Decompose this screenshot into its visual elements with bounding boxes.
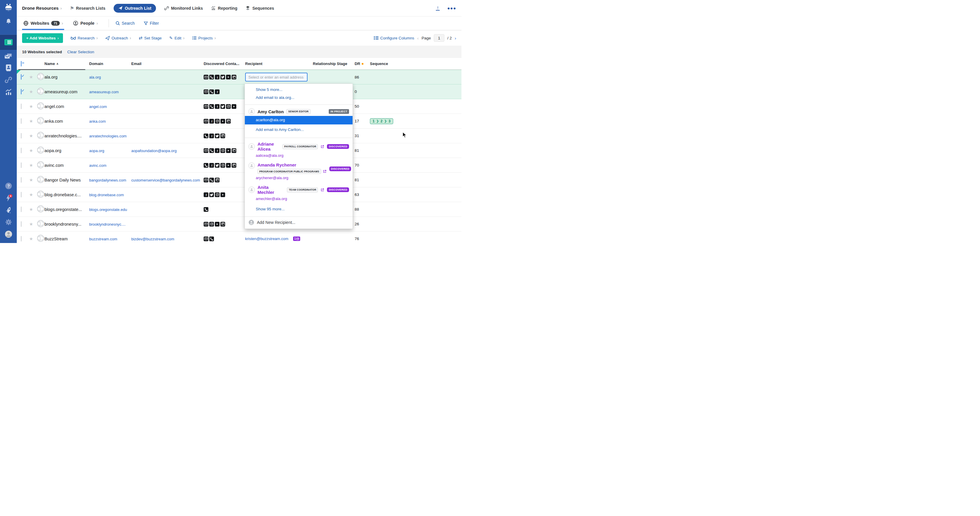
table-row[interactable]: ★anka.comanka.comf171❯2❯3 bbox=[17, 114, 461, 129]
website-name[interactable]: BuzzStream bbox=[45, 237, 89, 241]
phone-icon[interactable] bbox=[209, 75, 214, 79]
export-icon[interactable]: ↑ bbox=[436, 6, 440, 11]
phone-icon[interactable] bbox=[204, 163, 208, 168]
domain-link[interactable]: anka.com bbox=[89, 119, 108, 124]
star-icon[interactable]: ★ bbox=[29, 148, 33, 153]
email-link[interactable] bbox=[131, 207, 134, 212]
table-row[interactable]: ★angel.comangel.comf50 bbox=[17, 99, 461, 114]
contact-email[interactable]: aalicea@ala.org bbox=[248, 151, 349, 160]
add-websites-button[interactable]: + Add Websites › bbox=[22, 33, 63, 43]
page-input[interactable] bbox=[434, 34, 444, 42]
instagram-icon[interactable] bbox=[220, 163, 225, 168]
instagram-icon[interactable] bbox=[215, 119, 220, 124]
domain-link[interactable]: anratechnologies.com bbox=[89, 134, 129, 138]
table-row[interactable]: ★blog.dronebase.c...blog.dronebase.comf6… bbox=[17, 187, 461, 202]
search-button[interactable]: Search bbox=[115, 21, 135, 25]
mail-icon[interactable] bbox=[204, 89, 208, 94]
research-menu[interactable]: Research› bbox=[71, 36, 98, 40]
tab-people[interactable]: People › bbox=[72, 16, 99, 30]
email-link[interactable] bbox=[131, 222, 134, 227]
table-row[interactable]: ★brooklyndronesny...brooklyndronesnyc...… bbox=[17, 217, 461, 232]
star-icon[interactable]: ★ bbox=[29, 163, 33, 168]
twitter-icon[interactable] bbox=[220, 75, 225, 79]
facebook-icon[interactable]: f bbox=[209, 119, 214, 124]
filter-button[interactable]: Filter bbox=[144, 21, 159, 25]
recipient-email-link[interactable]: kristen@buzzstream.com bbox=[245, 237, 291, 241]
email-link[interactable] bbox=[131, 119, 134, 124]
select-all-checkbox[interactable] bbox=[21, 61, 21, 67]
nav-sequences[interactable]: Sequences bbox=[245, 6, 274, 11]
youtube-icon[interactable] bbox=[220, 119, 225, 124]
website-name[interactable]: aopa.org bbox=[45, 148, 89, 153]
sequence-cell[interactable]: 1❯2❯3 bbox=[370, 118, 461, 124]
email-link[interactable] bbox=[131, 134, 134, 138]
facebook-icon[interactable]: f bbox=[215, 104, 220, 109]
page-next-button[interactable]: › bbox=[455, 36, 456, 41]
configure-columns-button[interactable]: Configure Columns bbox=[374, 36, 414, 40]
card-icon[interactable] bbox=[220, 222, 225, 227]
column-header-dr[interactable]: DR bbox=[355, 62, 370, 66]
star-icon[interactable]: ★ bbox=[29, 104, 33, 109]
card-icon[interactable] bbox=[232, 163, 236, 168]
sequence-steps-badge[interactable]: 1❯2❯3 bbox=[370, 118, 393, 124]
domain-link[interactable]: blogs.oregonstate.edu bbox=[89, 207, 130, 212]
sidebar-item-account[interactable] bbox=[0, 228, 17, 240]
email-option-highlighted[interactable]: acarlton@ala.org bbox=[245, 116, 353, 124]
buzzstream-logo[interactable] bbox=[0, 0, 17, 15]
phone-icon[interactable] bbox=[204, 133, 208, 138]
sidebar-item-reporting[interactable] bbox=[0, 86, 17, 98]
sidebar-item-help[interactable]: ? bbox=[0, 180, 17, 192]
external-link-icon[interactable] bbox=[320, 145, 324, 149]
domain-link[interactable]: avinc.com bbox=[89, 163, 110, 168]
card-icon[interactable] bbox=[220, 133, 225, 138]
website-name[interactable]: avinc.com bbox=[45, 163, 89, 168]
column-header-name[interactable]: Name∧ bbox=[45, 62, 89, 66]
mail-icon[interactable] bbox=[204, 148, 208, 153]
table-row[interactable]: ★ala.orgala.orgf86 bbox=[17, 70, 461, 84]
twitter-icon[interactable] bbox=[209, 192, 214, 197]
mail-icon[interactable] bbox=[204, 104, 208, 109]
column-header-domain[interactable]: Domain bbox=[89, 62, 131, 66]
phone-icon[interactable] bbox=[209, 148, 214, 153]
email-link[interactable]: customerservice@bangordailynews.com bbox=[131, 178, 203, 183]
column-header-recipient[interactable]: Recipient bbox=[245, 62, 313, 66]
sidebar-item-lists[interactable] bbox=[0, 35, 17, 50]
external-link-icon[interactable] bbox=[323, 170, 327, 173]
project-switcher[interactable]: Drone Resources › bbox=[22, 6, 62, 11]
email-link[interactable]: aopafoundation@aopa.org bbox=[131, 149, 180, 153]
recipient-cell[interactable]: kristen@buzzstream.com1 bbox=[245, 237, 313, 241]
domain-link[interactable]: ameasureup.com bbox=[89, 90, 121, 94]
twitter-icon[interactable] bbox=[220, 104, 225, 109]
row-checkbox[interactable] bbox=[21, 133, 21, 138]
star-icon[interactable]: ★ bbox=[29, 222, 33, 227]
row-checkbox[interactable] bbox=[21, 148, 21, 153]
facebook-icon[interactable]: f bbox=[209, 163, 214, 168]
card-icon[interactable] bbox=[232, 148, 236, 153]
sidebar-item-contacts[interactable] bbox=[0, 62, 17, 74]
facebook-icon[interactable]: f bbox=[215, 89, 220, 94]
domain-link[interactable]: aopa.org bbox=[89, 149, 107, 153]
table-row[interactable]: ★anratechnologies....anratechnologies.co… bbox=[17, 129, 461, 143]
table-row[interactable]: ★blogs.oregonstate...blogs.oregonstate.e… bbox=[17, 202, 461, 217]
domain-link[interactable]: buzzstream.com bbox=[89, 237, 120, 241]
email-link[interactable] bbox=[131, 163, 134, 168]
mail-icon[interactable] bbox=[204, 75, 208, 79]
youtube-icon[interactable] bbox=[226, 148, 231, 153]
sidebar-item-whats-new[interactable]: ★ bbox=[0, 192, 17, 204]
page-prev-button[interactable]: ‹ bbox=[417, 36, 418, 41]
instagram-icon[interactable] bbox=[215, 192, 220, 197]
sidebar-item-monitored-links[interactable] bbox=[0, 74, 17, 86]
website-name[interactable]: anratechnologies.... bbox=[45, 133, 89, 138]
youtube-icon[interactable] bbox=[220, 192, 225, 197]
table-row[interactable]: ★avinc.comavinc.comf70 bbox=[17, 158, 461, 173]
outreach-menu[interactable]: Outreach› bbox=[105, 36, 131, 40]
instagram-icon[interactable] bbox=[209, 222, 214, 227]
domain-link[interactable]: brooklyndronesnyc.... bbox=[89, 222, 129, 227]
card-icon[interactable] bbox=[215, 178, 220, 183]
add-new-recipient-button[interactable]: Add New Recipient... bbox=[245, 217, 353, 229]
phone-icon[interactable] bbox=[209, 89, 214, 94]
instagram-icon[interactable] bbox=[220, 148, 225, 153]
table-row[interactable]: ★Bangor Daily Newsbangordailynews.comcus… bbox=[17, 173, 461, 187]
phone-icon[interactable] bbox=[209, 104, 214, 109]
facebook-icon[interactable]: f bbox=[204, 192, 208, 197]
